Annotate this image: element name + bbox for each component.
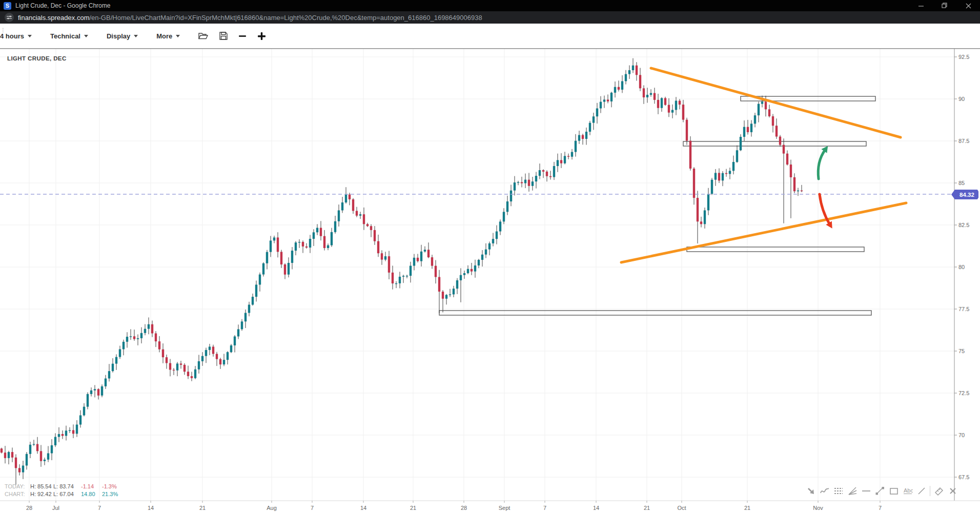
chart-label: CHART:: [5, 491, 30, 497]
svg-text:87.5: 87.5: [958, 138, 969, 144]
close-icon[interactable]: [956, 0, 980, 11]
svg-text:80: 80: [958, 264, 965, 270]
close-icon[interactable]: [946, 485, 959, 497]
text-abc-icon[interactable]: Abc: [901, 485, 914, 497]
svg-text:28: 28: [461, 505, 467, 511]
technical-label: Technical: [50, 32, 80, 40]
chevron-down-icon: [28, 35, 32, 37]
gridlines: [0, 49, 980, 501]
drag-handle[interactable]: ⋮: [1, 28, 6, 32]
svg-text:7: 7: [98, 505, 101, 511]
window-controls: [909, 0, 980, 11]
svg-text:14: 14: [148, 505, 154, 511]
address-bar[interactable]: financials.spreadex.com/en-GB/Home/LiveC…: [0, 11, 980, 24]
svg-text:85: 85: [958, 180, 965, 186]
diagonal-line-icon[interactable]: [914, 485, 928, 497]
svg-text:Aug: Aug: [267, 505, 277, 511]
today-change: -1.14: [81, 483, 102, 489]
chart-stats-row: CHART: H: 92.42 L: 67.04 14.80 21.3%: [5, 490, 127, 498]
chevron-down-icon: [84, 35, 88, 37]
svg-text:21: 21: [410, 505, 416, 511]
fan-lines-icon[interactable]: [845, 485, 859, 497]
timeframe-label: 4 hours: [0, 32, 24, 40]
url-path: /en-GB/Home/LiveChartMain?id=XFinSprMchM…: [89, 14, 482, 22]
price-chart-canvas[interactable]: 92.59087.58582.58077.57572.57067.528Jul7…: [0, 48, 980, 513]
timeframe-dropdown[interactable]: 4 hours: [0, 32, 32, 40]
chart-low: L: 67.04: [53, 491, 81, 497]
ohlc-info-panel: TODAY: H: 85.54 L: 83.74 -1.14 -1.3% CHA…: [5, 482, 127, 498]
svg-text:92.5: 92.5: [958, 54, 969, 60]
candlestick-series: [1, 58, 803, 485]
spreadex-favicon: S: [4, 2, 11, 10]
horizontal-line-icon[interactable]: [859, 485, 873, 497]
save-icon[interactable]: [219, 32, 228, 40]
svg-text:Sept: Sept: [499, 505, 511, 511]
last-price-badge: 84.32: [951, 190, 978, 199]
direction-arrows[interactable]: [818, 146, 832, 229]
arrow-icon[interactable]: [804, 485, 818, 497]
orange-trendlines[interactable]: [621, 68, 906, 262]
window-titlebar[interactable]: S Light Crude, Dec - Google Chrome: [0, 0, 980, 11]
technical-dropdown[interactable]: Technical: [50, 32, 88, 40]
svg-text:90: 90: [958, 96, 965, 102]
display-label: Display: [107, 32, 130, 40]
svg-text:Nov: Nov: [813, 505, 823, 511]
svg-text:82.5: 82.5: [958, 222, 969, 228]
support-resistance-boxes[interactable]: [439, 96, 875, 315]
minimize-icon[interactable]: [909, 0, 933, 11]
chart-change: 14.80: [81, 491, 102, 497]
svg-text:Jul: Jul: [52, 505, 59, 511]
svg-text:14: 14: [360, 505, 366, 511]
zoom-in-icon[interactable]: [258, 32, 266, 40]
curve-icon[interactable]: [818, 485, 831, 497]
more-dropdown[interactable]: More: [156, 32, 180, 40]
trend-segment-icon[interactable]: [873, 485, 887, 497]
svg-text:72.5: 72.5: [958, 390, 969, 396]
display-dropdown[interactable]: Display: [107, 32, 138, 40]
svg-text:7: 7: [879, 505, 882, 511]
today-stats-row: TODAY: H: 85.54 L: 83.74 -1.14 -1.3%: [5, 482, 127, 490]
chart-instrument-title: LIGHT CRUDE, DEC: [7, 55, 67, 61]
window-title: Light Crude, Dec - Google Chrome: [15, 2, 110, 9]
chart-high: H: 92.42: [30, 491, 53, 497]
drawing-tools-toolbar: Abc: [804, 485, 959, 497]
rectangle-icon[interactable]: [887, 485, 901, 497]
today-label: TODAY:: [5, 483, 30, 489]
svg-text:7: 7: [311, 505, 314, 511]
today-high: H: 85.54: [30, 483, 53, 489]
svg-text:7: 7: [543, 505, 546, 511]
today-change-pct: -1.3%: [102, 483, 127, 489]
chart-change-pct: 21.3%: [102, 491, 127, 497]
svg-text:21: 21: [199, 505, 206, 511]
today-low: L: 83.74: [53, 483, 81, 489]
svg-text:70: 70: [958, 432, 965, 438]
svg-text:28: 28: [26, 505, 32, 511]
svg-text:77.5: 77.5: [958, 306, 969, 312]
restore-icon[interactable]: [933, 0, 956, 11]
chart-toolbar: ⋮ 4 hours Technical Display More: [0, 24, 980, 49]
svg-text:Abc: Abc: [904, 487, 913, 494]
svg-text:75: 75: [958, 348, 965, 354]
svg-text:14: 14: [593, 505, 599, 511]
svg-text:21: 21: [644, 505, 650, 511]
ruler-icon[interactable]: [932, 485, 946, 497]
open-folder-icon[interactable]: [198, 32, 208, 40]
svg-text:67.5: 67.5: [958, 474, 969, 480]
svg-text:21: 21: [744, 505, 750, 511]
svg-text:Oct: Oct: [677, 505, 686, 511]
zoom-out-icon[interactable]: [239, 32, 247, 40]
url-host: financials.spreadex.com: [18, 14, 89, 22]
table-grid-icon[interactable]: [831, 485, 845, 497]
chevron-down-icon: [176, 35, 180, 37]
site-settings-icon[interactable]: [5, 13, 14, 22]
more-label: More: [156, 32, 172, 40]
toolbar-separator: [930, 486, 930, 496]
chevron-down-icon: [134, 35, 138, 37]
